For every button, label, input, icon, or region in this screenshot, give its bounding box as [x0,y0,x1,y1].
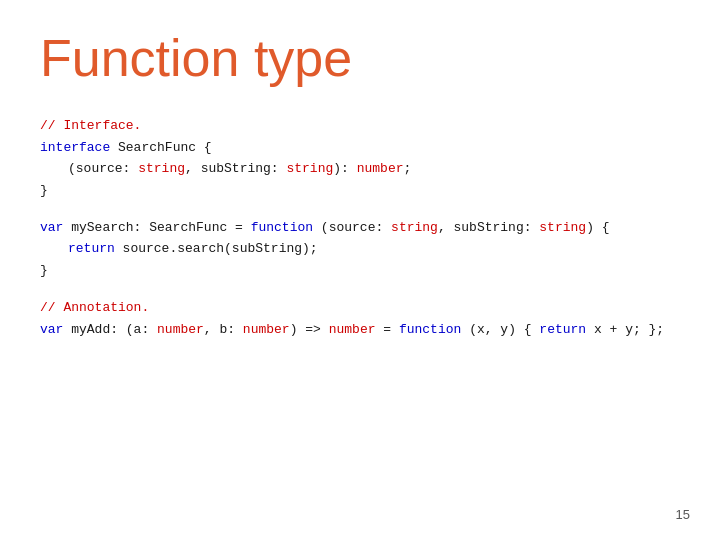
mysearch-params-close: ) { [586,220,609,235]
type-string-1: string [138,161,185,176]
keyword-return-2: return [539,322,586,337]
keyword-function-2: function [399,322,461,337]
myadd-line1: var myAdd: (a: number, b: number) => num… [40,319,680,340]
interface-close: } [40,180,680,201]
myadd-name: myAdd: (a: [63,322,157,337]
code-section-annotation: // Annotation. var myAdd: (a: number, b:… [40,297,680,340]
comment-annotation-text: // Annotation. [40,300,149,315]
keyword-interface: interface [40,140,110,155]
mysearch-params-open: (source: [313,220,391,235]
interface-comma: , subString: [185,161,286,176]
keyword-return-1: return [68,241,115,256]
interface-name: SearchFunc { [110,140,211,155]
mysearch-return-expr: source.search(subString); [115,241,318,256]
mysearch-line1: var mySearch: SearchFunc = function (sou… [40,217,680,238]
interface-line1: interface SearchFunc { [40,137,680,158]
myadd-arrow: ) => [290,322,329,337]
type-string-2: string [286,161,333,176]
interface-body: (source: string, subString: string): num… [40,158,680,179]
type-number-2: number [157,322,204,337]
interface-param-open: (source: [68,161,138,176]
comment-interface: // Interface. [40,115,680,136]
code-section-mysearch: var mySearch: SearchFunc = function (sou… [40,217,680,281]
mysearch-name: mySearch: SearchFunc = [63,220,250,235]
interface-semicolon: ; [403,161,411,176]
myadd-return-expr: x + y; }; [586,322,664,337]
comment-annotation: // Annotation. [40,297,680,318]
interface-return: ): [333,161,356,176]
mysearch-close: } [40,260,680,281]
page-number: 15 [676,507,690,522]
keyword-var-2: var [40,322,63,337]
keyword-function-1: function [251,220,313,235]
type-number-4: number [329,322,376,337]
keyword-var-1: var [40,220,63,235]
mysearch-brace-close: } [40,263,48,278]
type-number-3: number [243,322,290,337]
myadd-body: (x, y) { [461,322,539,337]
interface-brace-close: } [40,183,48,198]
comment-interface-text: // Interface. [40,118,141,133]
mysearch-comma: , subString: [438,220,539,235]
slide-title: Function type [40,30,680,87]
mysearch-body: return source.search(subString); [40,238,680,259]
myadd-comma: , b: [204,322,243,337]
type-number-1: number [357,161,404,176]
slide: Function type // Interface. interface Se… [0,0,720,540]
type-string-3: string [391,220,438,235]
code-section-interface: // Interface. interface SearchFunc { (so… [40,115,680,201]
myadd-equals: = [376,322,399,337]
code-block: // Interface. interface SearchFunc { (so… [40,115,680,340]
type-string-4: string [539,220,586,235]
